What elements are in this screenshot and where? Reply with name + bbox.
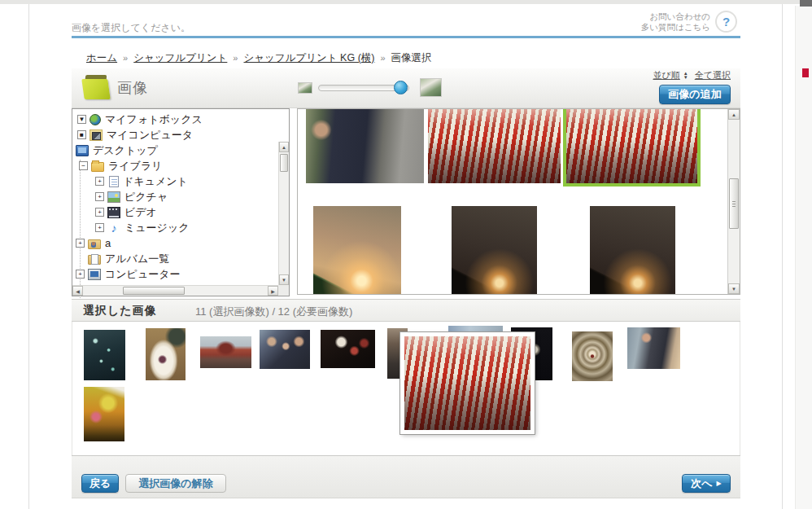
- scroll-left-icon[interactable]: ◀: [72, 286, 83, 296]
- next-button[interactable]: 次へ ▶: [682, 474, 731, 493]
- breadcrumb: ホーム»シャッフルプリント»シャッフルプリント KG (横)»画像選択: [86, 51, 432, 65]
- folder-tree: ▼マイフォトボックス■マイコンピュータデスクトップ−ライブラリ+ドキュメント+ピ…: [72, 112, 277, 282]
- triangle-right-icon: ▶: [717, 480, 722, 487]
- enlarged-selected-photo[interactable]: [400, 332, 535, 434]
- gallery-photo[interactable]: [306, 109, 424, 183]
- selected-thumbnail[interactable]: [200, 336, 251, 368]
- userfolder-icon: [88, 239, 101, 249]
- scroll-down-icon[interactable]: ▼: [279, 274, 289, 285]
- breadcrumb-separator: »: [123, 53, 128, 63]
- tree-toggle-icon[interactable]: +: [95, 208, 104, 217]
- tree-item-ドキュメント[interactable]: +ドキュメント: [72, 173, 277, 189]
- gallery-photo[interactable]: [428, 109, 561, 183]
- tree-item-label: ドキュメント: [123, 174, 188, 189]
- video-icon: [107, 207, 120, 218]
- tree-item-label: デスクトップ: [93, 143, 158, 158]
- gallery-photo[interactable]: [590, 206, 675, 294]
- gallery-vscroll-thumb[interactable]: [729, 178, 739, 229]
- breadcrumb-item[interactable]: シャッフルプリント: [133, 52, 227, 64]
- browser-top-strip: [0, 0, 812, 4]
- tree-item-デスクトップ[interactable]: デスクトップ: [72, 143, 277, 158]
- tree-vertical-scrollbar[interactable]: ▲ ▼: [278, 142, 289, 285]
- selected-thumbnail[interactable]: [321, 330, 375, 368]
- tree-panel-title: 画像: [117, 78, 148, 98]
- tree-toggle-icon[interactable]: +: [95, 177, 104, 186]
- computer-icon: [88, 269, 101, 280]
- folder-tree-panel: ▼マイフォトボックス■マイコンピュータデスクトップ−ライブラリ+ドキュメント+ピ…: [72, 108, 290, 296]
- scroll-down-icon[interactable]: ▼: [728, 283, 740, 294]
- add-images-button[interactable]: 画像の追加: [659, 85, 731, 104]
- tree-toggle-icon[interactable]: +: [95, 192, 104, 201]
- sort-order-link[interactable]: 並び順: [653, 69, 680, 81]
- browser-corner-fragment: [800, 0, 812, 7]
- gallery-photo-selected[interactable]: [566, 109, 697, 183]
- selected-thumbnail[interactable]: [84, 387, 124, 441]
- desktop-icon: [76, 145, 89, 156]
- question-icon[interactable]: ?: [715, 11, 737, 33]
- tree-toggle-icon[interactable]: +: [76, 270, 85, 279]
- breadcrumb-separator: »: [380, 53, 385, 63]
- tree-item-label: ライブラリ: [108, 159, 163, 173]
- tree-item-label: ピクチャ: [124, 190, 168, 204]
- tree-item-ミュージック[interactable]: +♪ミュージック: [72, 220, 277, 235]
- tree-item-label: マイコンピュータ: [107, 128, 193, 143]
- tree-hscroll-thumb[interactable]: [123, 287, 185, 295]
- mycomp-icon: [89, 129, 103, 141]
- doc-icon: [109, 176, 119, 187]
- tree-horizontal-scrollbar[interactable]: ◀ ▶: [72, 285, 278, 296]
- footer-bar: 戻る 選択画像の解除 次へ ▶: [72, 455, 740, 498]
- image-gallery-panel: ▲ ▼: [297, 108, 740, 295]
- tree-item-label: コンピューター: [105, 267, 181, 282]
- folder-icon: [91, 162, 104, 172]
- sort-arrows-icon[interactable]: ▲ ▼: [683, 72, 688, 80]
- slider-knob[interactable]: [394, 81, 408, 94]
- tree-toggle-icon[interactable]: +: [76, 239, 85, 248]
- tree-item-label: アルバム一覧: [105, 252, 169, 266]
- selected-images-strip: [72, 322, 740, 455]
- folder-icon: [83, 75, 112, 99]
- gallery-photo[interactable]: [313, 206, 401, 294]
- selected-images-title: 選択した画像: [83, 304, 157, 318]
- scroll-up-icon[interactable]: ▲: [728, 109, 740, 120]
- tree-item-アルバム一覧[interactable]: アルバム一覧: [72, 251, 277, 266]
- scroll-right-icon[interactable]: ▶: [268, 286, 278, 296]
- tree-item-ビデオ[interactable]: +ビデオ: [72, 204, 277, 220]
- tree-item-label: マイフォトボックス: [105, 112, 203, 127]
- selected-thumbnail[interactable]: [572, 331, 613, 381]
- tree-item-マイコンピュータ[interactable]: ■マイコンピュータ: [72, 127, 277, 143]
- tree-item-ピクチャ[interactable]: +ピクチャ: [72, 189, 277, 204]
- help-link-label: お問い合わせの 多い質問はこちら: [641, 11, 710, 33]
- selected-images-count: 11 (選択画像数) / 12 (必要画像数): [195, 305, 352, 319]
- selected-thumbnail[interactable]: [627, 327, 680, 369]
- breadcrumb-item[interactable]: ホーム: [86, 52, 117, 64]
- select-all-link[interactable]: 全て選択: [695, 69, 731, 81]
- scrollbar-corner: [278, 285, 289, 296]
- tree-item-マイフォトボックス[interactable]: ▼マイフォトボックス: [72, 112, 277, 127]
- breadcrumb-item[interactable]: シャッフルプリント KG (横): [243, 52, 374, 64]
- clear-selection-button[interactable]: 選択画像の解除: [125, 474, 226, 493]
- tree-item-a[interactable]: +a: [72, 235, 277, 251]
- selected-thumbnail[interactable]: [84, 330, 125, 380]
- gallery-vertical-scrollbar[interactable]: ▲ ▼: [727, 109, 740, 294]
- help-link[interactable]: お問い合わせの 多い質問はこちら ?: [641, 11, 737, 33]
- music-icon: ♪: [107, 222, 120, 234]
- scroll-up-icon[interactable]: ▲: [279, 142, 289, 152]
- tree-toggle-icon[interactable]: −: [79, 161, 88, 170]
- breadcrumb-item: 画像選択: [391, 52, 432, 64]
- tree-item-label: ミュージック: [124, 221, 190, 235]
- back-button[interactable]: 戻る: [81, 474, 119, 493]
- tree-item-コンピューター[interactable]: +コンピューター: [72, 266, 277, 282]
- gallery-photo[interactable]: [452, 206, 537, 294]
- tree-toggle-icon[interactable]: ■: [77, 130, 86, 139]
- tree-item-ライブラリ[interactable]: −ライブラリ: [72, 158, 277, 173]
- tree-toggle-icon[interactable]: +: [95, 223, 104, 232]
- tree-item-label: ビデオ: [124, 205, 157, 220]
- thumbnail-size-slider: [298, 77, 444, 100]
- gallery-controls: 並び順 ▲ ▼ 全て選択: [653, 69, 731, 81]
- selected-images-bar: 選択した画像 11 (選択画像数) / 12 (必要画像数): [72, 299, 740, 322]
- tree-vscroll-thumb[interactable]: [280, 154, 288, 172]
- selected-thumbnail[interactable]: [260, 330, 310, 369]
- page: 画像を選択してください。 お問い合わせの 多い質問はこちら ? ホーム»シャッフ…: [0, 0, 812, 509]
- tree-toggle-icon[interactable]: ▼: [77, 115, 86, 124]
- selected-thumbnail[interactable]: [146, 328, 186, 380]
